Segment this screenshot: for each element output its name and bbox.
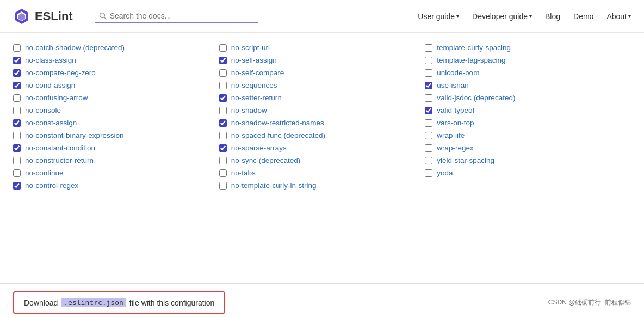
rule-checkbox[interactable] <box>425 82 432 89</box>
rule-checkbox[interactable] <box>13 144 21 152</box>
rule-checkbox[interactable] <box>219 107 227 114</box>
rule-checkbox[interactable] <box>219 132 227 139</box>
nav-demo[interactable]: Demo <box>573 12 593 21</box>
rule-label[interactable]: no-constant-binary-expression <box>25 131 124 139</box>
rule-checkbox[interactable] <box>13 169 21 177</box>
rule-checkbox[interactable] <box>425 132 432 139</box>
rule-item: no-const-assign <box>13 117 219 129</box>
rule-item: no-class-assign <box>13 54 219 66</box>
rule-checkbox[interactable] <box>219 157 227 164</box>
rule-checkbox[interactable] <box>13 82 21 89</box>
chevron-down-icon: ▾ <box>529 13 532 19</box>
rule-item: no-self-compare <box>219 66 425 79</box>
rule-label[interactable]: no-shadow <box>231 106 267 114</box>
rule-label[interactable]: valid-typeof <box>437 106 474 114</box>
rule-label[interactable]: no-cond-assign <box>25 81 75 89</box>
rule-label[interactable]: wrap-iife <box>437 131 465 139</box>
rule-checkbox[interactable] <box>219 82 227 89</box>
rules-column-2: template-curly-spacingtemplate-tag-spaci… <box>425 41 631 192</box>
rule-label[interactable]: no-self-compare <box>231 69 284 77</box>
rule-checkbox[interactable] <box>425 119 432 127</box>
chevron-down-icon: ▾ <box>628 13 631 19</box>
rule-label[interactable]: no-class-assign <box>25 56 76 64</box>
rule-item: no-constant-binary-expression <box>13 129 219 142</box>
logo-link[interactable]: ESLint <box>13 8 73 25</box>
header: ESLint User guide ▾ Developer guide ▾ Bl… <box>0 0 644 33</box>
rule-checkbox[interactable] <box>13 44 21 52</box>
rule-checkbox[interactable] <box>425 157 432 164</box>
rule-label[interactable]: no-sync (deprecated) <box>231 156 301 164</box>
rule-checkbox[interactable] <box>219 44 227 52</box>
rule-label[interactable]: no-catch-shadow (deprecated) <box>25 44 125 52</box>
nav-blog[interactable]: Blog <box>545 12 560 21</box>
rule-checkbox[interactable] <box>425 107 432 114</box>
rule-item: no-catch-shadow (deprecated) <box>13 41 219 54</box>
rule-label[interactable]: no-const-assign <box>25 119 77 127</box>
download-box[interactable]: Download .eslintrc.json file with this c… <box>13 291 225 314</box>
rule-label[interactable]: no-self-assign <box>231 56 277 64</box>
rule-checkbox[interactable] <box>13 119 21 127</box>
rule-item: template-curly-spacing <box>425 41 631 54</box>
rule-checkbox[interactable] <box>13 94 21 102</box>
rule-item: no-confusing-arrow <box>13 92 219 104</box>
rules-grid: no-catch-shadow (deprecated)no-class-ass… <box>13 41 631 192</box>
rule-label[interactable]: no-setter-return <box>231 94 282 102</box>
rule-item: no-script-url <box>219 41 425 54</box>
rule-label[interactable]: no-console <box>25 106 61 114</box>
rule-checkbox[interactable] <box>425 57 432 64</box>
rule-checkbox[interactable] <box>13 57 21 64</box>
rule-checkbox[interactable] <box>425 69 432 77</box>
rule-label[interactable]: no-control-regex <box>25 181 78 190</box>
rule-checkbox[interactable] <box>13 132 21 139</box>
rule-checkbox[interactable] <box>13 157 21 164</box>
rule-label[interactable]: no-sparse-arrays <box>231 144 287 152</box>
rule-checkbox[interactable] <box>425 169 432 177</box>
eslint-logo-icon <box>13 8 30 25</box>
rule-label[interactable]: no-shadow-restricted-names <box>231 119 324 127</box>
rule-label[interactable]: use-isnan <box>437 81 469 89</box>
nav-user-guide[interactable]: User guide ▾ <box>418 12 459 21</box>
rule-label[interactable]: wrap-regex <box>437 144 474 152</box>
rule-label[interactable]: no-compare-neg-zero <box>25 69 96 77</box>
rule-item: no-control-regex <box>13 179 219 192</box>
nav-about[interactable]: About ▾ <box>606 12 631 21</box>
rule-label[interactable]: no-continue <box>25 169 64 177</box>
svg-line-4 <box>104 17 106 19</box>
rule-checkbox[interactable] <box>13 69 21 77</box>
rule-label[interactable]: no-constructor-return <box>25 156 94 164</box>
rule-checkbox[interactable] <box>425 44 432 52</box>
rule-label[interactable]: template-curly-spacing <box>437 44 511 52</box>
rule-label[interactable]: unicode-bom <box>437 69 479 77</box>
rule-label[interactable]: no-script-url <box>231 44 270 52</box>
rule-item: template-tag-spacing <box>425 54 631 66</box>
nav-developer-guide[interactable]: Developer guide ▾ <box>472 12 532 21</box>
rule-label[interactable]: no-spaced-func (deprecated) <box>231 131 325 139</box>
rule-label[interactable]: template-tag-spacing <box>437 56 505 64</box>
rule-checkbox[interactable] <box>219 144 227 152</box>
rule-checkbox[interactable] <box>219 169 227 177</box>
rule-label[interactable]: vars-on-top <box>437 119 474 127</box>
rule-item: no-spaced-func (deprecated) <box>219 129 425 142</box>
rule-checkbox[interactable] <box>219 69 227 77</box>
rule-label[interactable]: no-constant-condition <box>25 144 95 152</box>
rule-checkbox[interactable] <box>219 57 227 64</box>
rule-checkbox[interactable] <box>425 144 432 152</box>
rule-label[interactable]: no-tabs <box>231 169 256 177</box>
rule-label[interactable]: yield-star-spacing <box>437 156 494 164</box>
rule-checkbox[interactable] <box>13 182 21 190</box>
rule-label[interactable]: yoda <box>437 169 453 177</box>
rule-checkbox[interactable] <box>219 119 227 127</box>
rule-checkbox[interactable] <box>13 107 21 114</box>
rule-checkbox[interactable] <box>219 182 227 190</box>
rule-checkbox[interactable] <box>425 94 432 102</box>
rule-item: unicode-bom <box>425 66 631 79</box>
rule-checkbox[interactable] <box>219 94 227 102</box>
rule-label[interactable]: valid-jsdoc (deprecated) <box>437 94 515 102</box>
rule-label[interactable]: no-confusing-arrow <box>25 94 88 102</box>
search-input[interactable] <box>110 11 253 20</box>
logo-text: ESLint <box>35 9 73 23</box>
rule-label[interactable]: no-sequences <box>231 81 277 89</box>
search-icon <box>99 12 107 20</box>
download-text-before: Download <box>24 298 58 307</box>
rule-label[interactable]: no-template-curly-in-string <box>231 181 317 190</box>
